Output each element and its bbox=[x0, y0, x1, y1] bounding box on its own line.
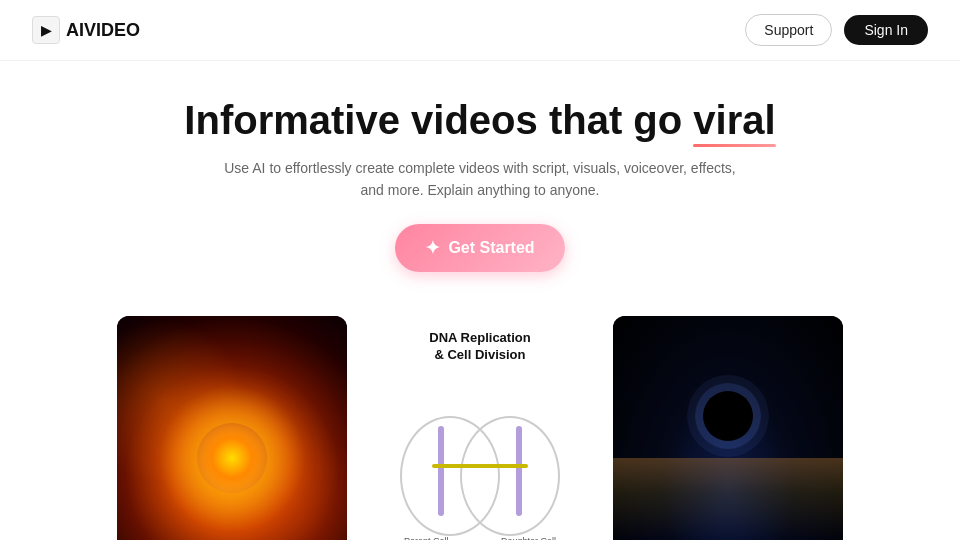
dna-diagram: Parent Cell Daughter Cell bbox=[390, 372, 570, 540]
hero-subtitle: Use AI to effortlessly create complete v… bbox=[20, 157, 940, 202]
hero-section: Informative videos that go viral Use AI … bbox=[0, 61, 960, 296]
logo-text: AIVIDEO bbox=[66, 20, 140, 41]
get-started-button[interactable]: ✦ Get Started bbox=[395, 224, 564, 272]
parent-cell-label: Parent Cell bbox=[404, 536, 449, 540]
video-card-blackhole[interactable]: ▶ 0:00 🔈 ⛶ ⋮ bbox=[613, 316, 843, 540]
dna-title: DNA Replication & Cell Division bbox=[419, 316, 540, 372]
hero-title: Informative videos that go viral bbox=[184, 97, 775, 143]
blackhole-thumbnail bbox=[613, 316, 843, 540]
video-card-star[interactable]: When a star dies ▶ 0:00 🔈 ⛶ ⋮ bbox=[117, 316, 347, 540]
venn-bar-right bbox=[516, 426, 522, 516]
hero-title-highlight: viral bbox=[693, 97, 775, 143]
video-row-1: When a star dies ▶ 0:00 🔈 ⛶ ⋮ DNA Replic… bbox=[48, 316, 912, 540]
video-section: When a star dies ▶ 0:00 🔈 ⛶ ⋮ DNA Replic… bbox=[0, 296, 960, 540]
daughter-cell-label: Daughter Cell bbox=[501, 536, 556, 540]
signin-button[interactable]: Sign In bbox=[844, 15, 928, 45]
logo-icon: ▶ bbox=[32, 16, 60, 44]
venn-connector bbox=[432, 464, 528, 468]
venn-bar-left bbox=[438, 426, 444, 516]
star-thumbnail bbox=[117, 316, 347, 540]
header: ▶ AIVIDEO Support Sign In bbox=[0, 0, 960, 61]
venn-diagram: Parent Cell Daughter Cell bbox=[400, 406, 560, 540]
venn-labels: Parent Cell Daughter Cell bbox=[400, 536, 560, 540]
sparkle-icon: ✦ bbox=[425, 237, 440, 259]
star-glow bbox=[197, 423, 267, 493]
video-card-dna[interactable]: DNA Replication & Cell Division Parent C… bbox=[365, 316, 595, 540]
logo: ▶ AIVIDEO bbox=[32, 16, 140, 44]
header-nav: Support Sign In bbox=[745, 14, 928, 46]
cta-label: Get Started bbox=[448, 239, 534, 257]
venn-right-circle bbox=[460, 416, 560, 536]
support-button[interactable]: Support bbox=[745, 14, 832, 46]
dna-thumbnail: DNA Replication & Cell Division Parent C… bbox=[365, 316, 595, 540]
